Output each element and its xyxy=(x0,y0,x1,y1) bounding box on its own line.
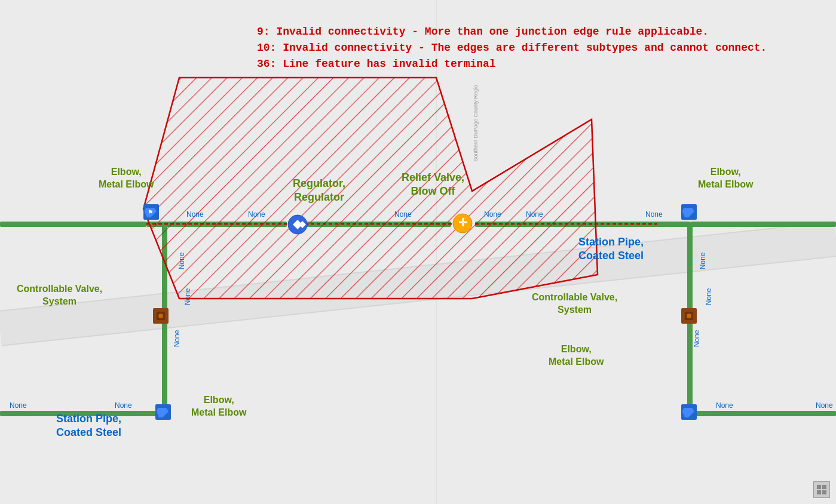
none-label-2: None xyxy=(248,210,265,219)
none-label-4: None xyxy=(484,210,501,219)
svg-rect-39 xyxy=(817,490,821,494)
svg-point-36 xyxy=(687,314,691,318)
svg-rect-8 xyxy=(690,222,836,227)
svg-rect-38 xyxy=(822,485,826,489)
none-label-b1: None xyxy=(10,401,27,410)
none-label-v3: None xyxy=(173,330,181,348)
svg-rect-4 xyxy=(0,222,146,227)
none-label-v2: None xyxy=(183,288,192,306)
elbow-icon-tl: ⚑ xyxy=(142,203,160,223)
none-label-v6: None xyxy=(693,330,701,348)
error-line-3: 36: Line feature has invalid terminal xyxy=(257,56,767,72)
valve-icon-left xyxy=(152,307,170,327)
none-label-v4: None xyxy=(699,253,707,270)
map-container: 9: Invalid connectivity - More than one … xyxy=(0,0,836,504)
valve-icon-right xyxy=(680,307,698,327)
error-line-1: 9: Invalid connectivity - More than one … xyxy=(257,24,767,40)
none-label-b4: None xyxy=(816,401,833,410)
none-label-b2: None xyxy=(115,401,132,410)
relief-valve-icon: ✛ xyxy=(452,213,473,236)
none-label-1: None xyxy=(186,210,204,219)
map-attribution: Southern DuPage County Regio. xyxy=(473,83,479,161)
svg-text:✛: ✛ xyxy=(458,217,467,229)
svg-rect-40 xyxy=(822,490,826,494)
none-label-v1: None xyxy=(177,253,186,270)
corner-icon[interactable] xyxy=(813,481,830,498)
none-label-3: None xyxy=(394,210,412,219)
none-label-v5: None xyxy=(705,288,713,306)
elbow-icon-tr xyxy=(680,203,698,223)
none-label-b3: None xyxy=(716,401,733,410)
svg-point-34 xyxy=(158,314,163,318)
none-label-6: None xyxy=(645,210,663,219)
error-messages: 9: Invalid connectivity - More than one … xyxy=(257,24,767,72)
error-line-2: 10: Invalid connectivity - The edges are… xyxy=(257,40,767,56)
svg-text:⚑: ⚑ xyxy=(148,209,153,216)
svg-rect-37 xyxy=(817,485,821,489)
svg-rect-11 xyxy=(0,411,163,416)
svg-rect-12 xyxy=(692,411,836,416)
elbow-icon-bl xyxy=(154,403,172,423)
regulator-icon xyxy=(287,214,308,238)
elbow-icon-br xyxy=(680,403,698,423)
none-label-5: None xyxy=(526,210,543,219)
